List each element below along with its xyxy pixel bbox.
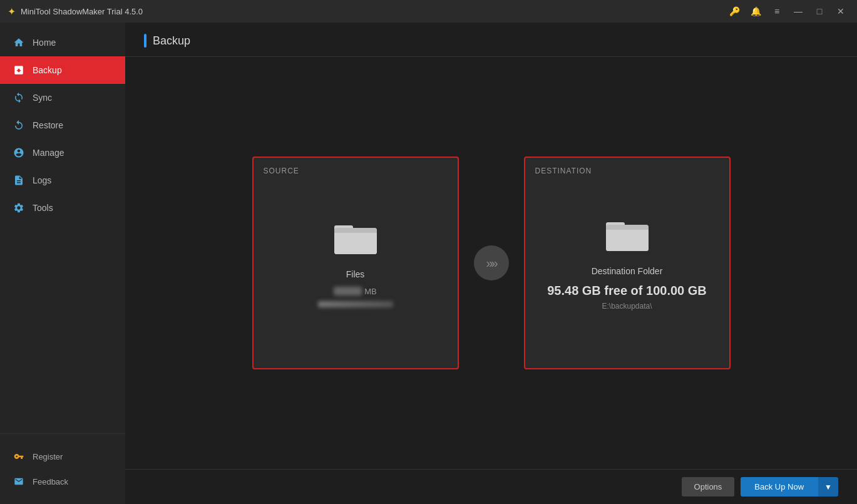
arrow-indicator: »»	[474, 245, 509, 280]
sidebar-item-home-label: Home	[33, 38, 56, 48]
backup-dropdown-button[interactable]: ▼	[818, 477, 838, 496]
sidebar-footer: Register Feedback	[0, 433, 125, 504]
sidebar-item-logs[interactable]: Logs	[0, 167, 125, 194]
menu-icon[interactable]: ≡	[768, 3, 786, 20]
app-title: MiniTool ShadowMaker Trial 4.5.0	[21, 7, 726, 16]
sidebar-item-tools[interactable]: Tools	[0, 194, 125, 222]
tools-icon	[13, 202, 25, 214]
sidebar-item-feedback[interactable]: Feedback	[0, 469, 125, 494]
header-accent	[144, 34, 146, 48]
destination-free-space: 95.48 GB free of 100.00 GB	[547, 284, 707, 298]
sidebar: Home Backup Sync Restore	[0, 23, 125, 504]
arrow-icon: »»	[486, 256, 496, 270]
home-icon	[13, 36, 25, 49]
destination-panel[interactable]: DESTINATION Destination Folder 95.48 GB …	[524, 157, 731, 369]
sidebar-item-register-label: Register	[33, 452, 63, 461]
destination-name: Destination Folder	[592, 266, 663, 276]
key-icon[interactable]: 🔑	[726, 3, 743, 20]
sidebar-item-restore[interactable]: Restore	[0, 111, 125, 139]
source-panel[interactable]: SOURCE Files MB	[252, 157, 459, 369]
sidebar-item-restore-label: Restore	[33, 120, 63, 130]
backup-button-group: Back Up Now ▼	[741, 477, 838, 496]
app-body: Home Backup Sync Restore	[0, 23, 857, 504]
source-bar	[318, 301, 393, 307]
close-button[interactable]: ✕	[832, 3, 849, 20]
logs-icon	[13, 174, 25, 187]
manage-icon	[13, 147, 25, 159]
page-title: Backup	[153, 34, 190, 48]
sidebar-item-manage-label: Manage	[33, 148, 64, 158]
destination-path: E:\backupdata\	[602, 302, 652, 311]
source-name: Files	[346, 269, 365, 279]
sidebar-item-manage[interactable]: Manage	[0, 139, 125, 167]
sidebar-item-backup-label: Backup	[33, 65, 62, 75]
source-label: SOURCE	[264, 167, 299, 175]
backup-now-button[interactable]: Back Up Now	[741, 477, 818, 496]
sidebar-item-tools-label: Tools	[33, 203, 53, 213]
feedback-icon	[13, 475, 25, 488]
sidebar-item-sync-label: Sync	[33, 93, 52, 103]
source-folder-icon	[333, 219, 378, 259]
sidebar-item-sync[interactable]: Sync	[0, 84, 125, 111]
title-bar: ✦ MiniTool ShadowMaker Trial 4.5.0 🔑 🔔 ≡…	[0, 0, 857, 23]
destination-label: DESTINATION	[535, 167, 592, 175]
source-size-blur	[334, 287, 362, 296]
maximize-button[interactable]: □	[811, 3, 828, 20]
sync-icon	[13, 91, 25, 104]
register-icon	[13, 450, 25, 463]
sidebar-item-home[interactable]: Home	[0, 29, 125, 56]
destination-folder-icon	[605, 216, 650, 256]
sidebar-item-register[interactable]: Register	[0, 444, 125, 469]
main-content: Backup SOURCE Files MB	[125, 23, 857, 504]
app-logo-icon: ✦	[8, 6, 16, 18]
backup-icon	[13, 64, 25, 76]
restore-icon	[13, 119, 25, 131]
minimize-button[interactable]: —	[789, 3, 807, 20]
options-button[interactable]: Options	[682, 477, 735, 496]
backup-panels: SOURCE Files MB »»	[125, 57, 857, 469]
sidebar-item-logs-label: Logs	[33, 175, 51, 185]
page-header: Backup	[125, 23, 857, 57]
source-size: MB	[334, 287, 377, 296]
sidebar-item-backup[interactable]: Backup	[0, 56, 125, 84]
bottom-bar: Options Back Up Now ▼	[125, 469, 857, 504]
window-controls: 🔑 🔔 ≡ — □ ✕	[726, 3, 849, 20]
bell-icon[interactable]: 🔔	[747, 3, 764, 20]
sidebar-nav: Home Backup Sync Restore	[0, 23, 125, 433]
sidebar-item-feedback-label: Feedback	[33, 477, 68, 486]
